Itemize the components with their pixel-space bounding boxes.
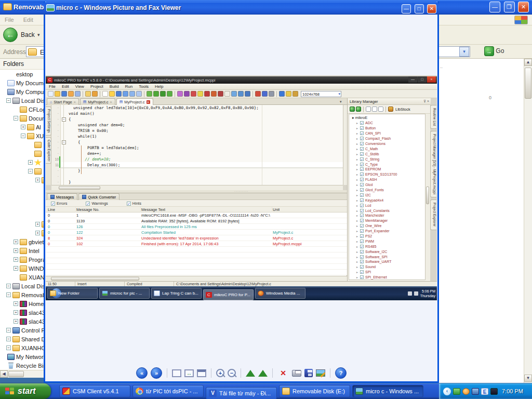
scroll-down-icon[interactable]: ▼ bbox=[524, 375, 532, 382]
expand-icon[interactable]: ▸ bbox=[356, 245, 360, 248]
tree-item[interactable]: − Local Disk bbox=[0, 96, 44, 105]
task-button[interactable]: Removable Disk (E:) bbox=[279, 385, 350, 397]
build-all-icon[interactable] bbox=[160, 91, 166, 97]
library-checkbox-icon[interactable]: ✓ bbox=[360, 183, 364, 187]
tray-chevron-icon[interactable]: ‹ bbox=[443, 388, 451, 395]
tree-item[interactable]: + Progra bbox=[0, 255, 44, 264]
library-item[interactable]: ▸ ✓ SPI_Ethernet bbox=[349, 275, 425, 280]
resolution-combo[interactable]: 532x399 ▾ bbox=[301, 91, 341, 97]
project-settings-icon[interactable] bbox=[68, 91, 74, 97]
tree-item[interactable]: My Network P bbox=[0, 352, 44, 361]
tray-messenger-icon[interactable] bbox=[462, 388, 470, 395]
copy-icon[interactable] bbox=[129, 91, 135, 97]
tree-item[interactable] bbox=[0, 202, 44, 211]
library-item[interactable]: ▸ ✓ FLASH bbox=[349, 177, 425, 182]
explorer-menu-item[interactable]: Edit bbox=[19, 15, 38, 24]
build-program-icon[interactable] bbox=[167, 91, 172, 97]
library-item[interactable]: ▸ ✓ Glcd bbox=[349, 182, 425, 188]
message-row[interactable]: 0 122 Compilation Started MyProject.c bbox=[46, 230, 347, 235]
mikroc-menu-item[interactable]: Build bbox=[107, 84, 122, 89]
print-icon[interactable] bbox=[136, 91, 142, 97]
separator[interactable] bbox=[83, 91, 83, 97]
save-project-icon[interactable] bbox=[61, 91, 67, 97]
tray-display-icon[interactable] bbox=[490, 388, 498, 395]
viewer-maximize-button[interactable]: □ bbox=[415, 4, 424, 14]
viewer-close-button[interactable]: ✕ bbox=[427, 4, 436, 14]
library-item[interactable]: ▸ ✓ Sound bbox=[349, 264, 425, 270]
tree-item[interactable]: − XU bbox=[0, 131, 44, 140]
expand-icon[interactable]: ▸ bbox=[356, 234, 360, 238]
expand-icon[interactable]: ▸ bbox=[356, 224, 360, 228]
library-checkbox-icon[interactable]: ✓ bbox=[360, 255, 364, 259]
expand-icon[interactable]: ▸ bbox=[356, 121, 360, 125]
tree-expand-box[interactable]: − bbox=[28, 169, 33, 174]
library-checkbox-icon[interactable]: ✓ bbox=[360, 275, 364, 279]
library-item[interactable]: ▸ ✓ Lcd_Constants bbox=[349, 208, 425, 213]
library-checkbox-icon[interactable]: ✓ bbox=[360, 142, 364, 145]
tree-item[interactable]: + bbox=[0, 176, 44, 184]
rebuild-icon[interactable] bbox=[153, 91, 159, 97]
separator[interactable] bbox=[100, 91, 100, 97]
tree-item[interactable]: + bbox=[0, 220, 44, 229]
library-item[interactable]: ▸ ✓ Lcd bbox=[349, 203, 425, 208]
library-item[interactable]: ▸ ✓ C_Stdlib bbox=[349, 151, 425, 156]
tree-item[interactable]: CFLog bbox=[0, 105, 44, 114]
tree-item[interactable]: − Removabl bbox=[0, 290, 44, 299]
tree-item[interactable]: + Al bbox=[0, 123, 44, 131]
separator[interactable] bbox=[175, 91, 175, 97]
checkbox-icon[interactable]: ✓ bbox=[127, 202, 131, 206]
combo[interactable] bbox=[224, 91, 230, 97]
tree-item[interactable] bbox=[0, 184, 44, 193]
editor-tab[interactable]: ⌂ Start Page × bbox=[47, 98, 79, 105]
library-item[interactable]: ▸ ✓ ADC bbox=[349, 121, 425, 126]
left-dock-tab[interactable]: Code Explorer bbox=[46, 137, 51, 164]
messages-tab[interactable]: Quick Converter bbox=[78, 193, 119, 200]
options-icon[interactable] bbox=[197, 91, 203, 97]
tree-expand-box[interactable]: + bbox=[14, 240, 18, 244]
expand-icon[interactable]: ▸ bbox=[356, 198, 360, 202]
fold-toggle-icon[interactable]: − bbox=[62, 117, 66, 122]
separator[interactable] bbox=[241, 368, 241, 378]
expand-icon[interactable]: ▸ bbox=[356, 255, 360, 259]
library-checkbox-icon[interactable]: ✓ bbox=[360, 178, 364, 181]
editor-horizontal-scrollbar[interactable] bbox=[51, 185, 343, 190]
right-dock-tab[interactable]: Project Manager [3/3] - MyProject.mcppi bbox=[430, 131, 436, 197]
code-line[interactable]: · TRISB = 0x00; bbox=[51, 128, 343, 134]
library-checkbox-icon[interactable]: ✓ bbox=[360, 265, 364, 269]
expand-icon[interactable]: ▸ bbox=[356, 178, 360, 181]
library-item[interactable]: ▸ ✓ Keypad4x4 bbox=[349, 197, 425, 203]
debug-icon[interactable] bbox=[184, 91, 190, 97]
tray-e-app-icon[interactable]: E bbox=[481, 388, 488, 395]
column-header[interactable]: Line bbox=[48, 207, 55, 212]
restore-defaults-icon[interactable] bbox=[378, 107, 383, 112]
tree-item[interactable]: esktop bbox=[0, 70, 44, 78]
expand-icon[interactable]: ▸ bbox=[356, 214, 360, 217]
tree-item[interactable]: + bbox=[0, 229, 44, 237]
library-item[interactable]: ▸ ✓ Port_Expander bbox=[349, 229, 425, 234]
explorer-menu-item[interactable]: File bbox=[0, 15, 19, 24]
tools-icon[interactable] bbox=[218, 91, 223, 97]
code-line[interactable]: · } bbox=[51, 168, 343, 174]
library-checkbox-icon[interactable]: ✓ bbox=[360, 126, 364, 130]
library-item[interactable]: ▸ ✓ Compact_Flash bbox=[349, 136, 425, 141]
library-root-node[interactable]: ▸ mikroE bbox=[349, 114, 425, 121]
library-item[interactable]: ▸ ✓ Glcd_Fonts bbox=[349, 188, 425, 193]
scroll-left-icon[interactable]: ◀ bbox=[0, 370, 8, 378]
tree-item[interactable]: + gbviet bbox=[0, 237, 44, 246]
open-folder-icon[interactable] bbox=[85, 91, 91, 97]
expand-icon[interactable]: ▸ bbox=[356, 209, 360, 212]
code-line[interactable]: 11 Delay_ms(300); bbox=[51, 162, 343, 168]
best-fit-button[interactable] bbox=[172, 369, 181, 377]
library-checkbox-icon[interactable]: ✓ bbox=[360, 245, 364, 248]
library-checkbox-icon[interactable]: ✓ bbox=[360, 152, 364, 156]
task-button[interactable]: micro c - Windows ... bbox=[352, 385, 423, 397]
code-line[interactable]: · bbox=[51, 174, 343, 179]
tree-item[interactable]: + bbox=[0, 158, 44, 167]
tray-network-icon[interactable] bbox=[472, 388, 479, 395]
tab-close-icon[interactable]: × bbox=[74, 100, 76, 104]
tree-expand-box[interactable]: + bbox=[35, 222, 40, 227]
tree-expand-box[interactable]: + bbox=[35, 178, 40, 182]
mikroc-menu-item[interactable]: Project bbox=[87, 84, 107, 89]
edit-toolbar-icon-1[interactable] bbox=[231, 91, 237, 97]
mikroc-menu-item[interactable]: Edit bbox=[59, 84, 72, 89]
